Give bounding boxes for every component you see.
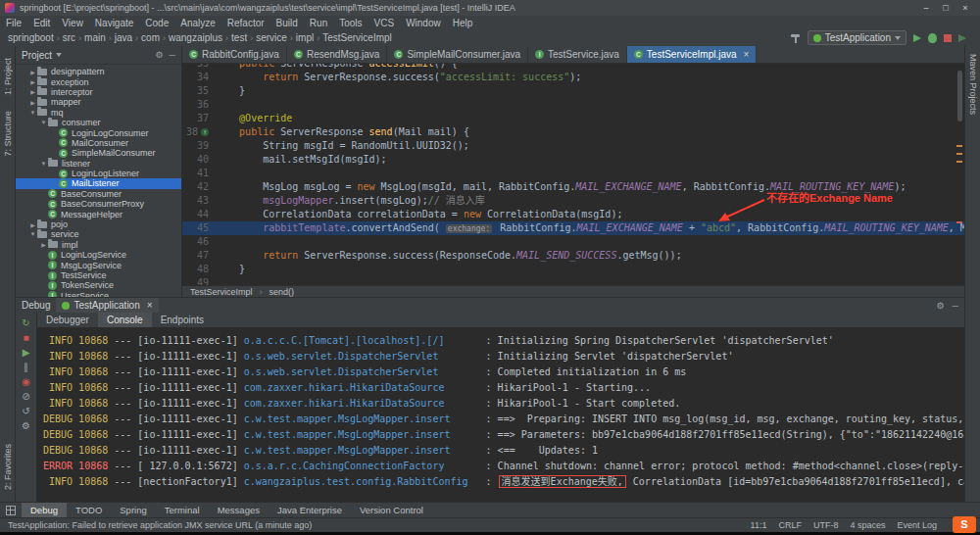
project-tree-item[interactable]: ▼service [16, 229, 181, 239]
project-tree-item[interactable]: ▶exception [16, 76, 181, 86]
warning-stripe-mark[interactable] [956, 145, 962, 147]
project-tree-item[interactable]: CSimpleMailConsumer [16, 148, 181, 158]
run-button-icon[interactable] [913, 34, 921, 42]
restore-layout-icon[interactable]: ↺ [16, 404, 36, 418]
editor-breadcrumb-item[interactable]: TestServiceImpl [190, 287, 253, 297]
tree-expand-icon[interactable]: ▶ [39, 241, 48, 248]
tree-expand-icon[interactable]: ▼ [39, 161, 48, 167]
project-tree-item[interactable]: CMailListener [16, 178, 181, 188]
editor-scrollbar[interactable] [957, 71, 962, 122]
breadcrumb-item[interactable]: com [141, 32, 160, 43]
tree-expand-icon[interactable]: ▼ [39, 120, 48, 125]
debug-console[interactable]: INFO 10868 --- [io-11111-exec-1] o.a.c.c… [37, 327, 964, 502]
settings-icon[interactable]: ⚙ [156, 50, 164, 60]
hide-panel-icon[interactable]: ─ [170, 50, 175, 60]
editor-tab[interactable]: CResendMsg.java [287, 46, 387, 63]
menu-item[interactable]: Analyze [174, 18, 221, 28]
tree-expand-icon[interactable]: ▶ [28, 221, 37, 228]
toolwindow-button-debug[interactable]: Debug [22, 503, 67, 518]
editor-tab[interactable]: ITestService.java [528, 46, 627, 63]
toolwindow-switcher-icon[interactable] [6, 506, 16, 515]
menu-item[interactable]: Window [400, 18, 447, 28]
close-tab-icon[interactable]: × [744, 49, 750, 60]
project-tree-item[interactable]: ▼listener [16, 159, 181, 169]
tool-strip-label[interactable]: Maven Projects [968, 54, 978, 115]
toolwindow-button-version-control[interactable]: Version Control [351, 503, 432, 518]
project-tree-item[interactable]: ▼mq [16, 108, 181, 118]
breadcrumb-item[interactable]: wangzaiplus [169, 32, 222, 43]
toolwindow-button-spring[interactable]: Spring [111, 503, 155, 518]
project-tree-item[interactable]: ▶designpattern [16, 67, 181, 76]
project-tree-item[interactable]: ITokenService [16, 280, 181, 290]
window-control-button[interactable]: × [956, 3, 975, 13]
project-tree-item[interactable]: ▶pojo [16, 219, 181, 229]
chevron-down-icon[interactable] [56, 53, 62, 57]
project-tree-item[interactable]: ▶interceptor [16, 87, 181, 97]
status-item[interactable]: 4 spaces [850, 520, 885, 530]
run-config-select[interactable]: TestApplication [808, 30, 906, 45]
tree-expand-icon[interactable]: ▶ [28, 99, 37, 106]
debug-button-icon[interactable] [928, 33, 937, 43]
menu-item[interactable]: Refactor [221, 18, 270, 28]
menu-item[interactable]: Edit [27, 18, 56, 28]
menu-item[interactable]: Run [304, 18, 333, 28]
toolwindow-button-terminal[interactable]: Terminal [156, 503, 209, 518]
tree-expand-icon[interactable]: ▼ [28, 231, 37, 237]
breadcrumb-item[interactable]: src [63, 32, 75, 43]
menu-item[interactable]: Code [139, 18, 174, 28]
ime-icon[interactable]: S [953, 516, 976, 533]
debug-view-tab-debugger[interactable]: Debugger [37, 313, 98, 327]
breadcrumb-item[interactable]: main [84, 32, 106, 43]
editor-tab[interactable]: CRabbitConfig.java [182, 46, 287, 63]
project-tree-item[interactable]: ILoginLogService [16, 250, 181, 260]
breadcrumb-item[interactable]: springboot [8, 32, 54, 43]
status-item[interactable]: Event Log [897, 520, 937, 530]
project-tree-item[interactable]: ▼consumer [16, 118, 181, 127]
settings-icon[interactable]: ⚙ [16, 418, 36, 433]
pause-icon[interactable]: ∥ [16, 360, 36, 374]
menu-item[interactable]: Navigate [89, 18, 139, 28]
status-item[interactable]: CRLF [778, 520, 802, 530]
status-item[interactable]: 11:1 [751, 520, 767, 530]
project-tree-item[interactable]: ▶mapper [16, 97, 181, 107]
stop-icon[interactable]: ■ [16, 330, 36, 345]
breadcrumb-item[interactable]: service [256, 32, 287, 43]
menu-item[interactable]: VCS [368, 18, 401, 28]
menu-item[interactable]: Build [270, 18, 304, 28]
mute-breakpoints-icon[interactable]: ⊘ [16, 389, 36, 404]
project-tree-item[interactable]: ITestService [16, 270, 181, 280]
toolwindow-button-todo[interactable]: TODO [67, 503, 111, 518]
close-session-icon[interactable]: × [147, 300, 153, 311]
debug-view-tab-endpoints[interactable]: Endpoints [152, 313, 213, 327]
warning-stripe-mark[interactable] [956, 161, 962, 163]
settings-icon[interactable]: ⚙ [937, 301, 945, 311]
stop-button-icon[interactable] [944, 34, 952, 42]
project-tree-item[interactable]: CMessageHelper [16, 209, 181, 219]
hide-panel-icon[interactable]: ─ [953, 301, 958, 311]
breadcrumb-item[interactable]: TestServiceImpl [322, 32, 392, 43]
project-tree-item[interactable]: CLoginLogListener [16, 169, 181, 178]
breadcrumb-item[interactable]: java [115, 32, 132, 43]
project-tree-item[interactable]: IMsgLogService [16, 260, 181, 269]
warning-stripe-mark[interactable] [956, 153, 962, 155]
tree-expand-icon[interactable]: ▶ [28, 88, 37, 95]
breadcrumb-item[interactable]: impl [296, 32, 314, 43]
debug-view-tab-console[interactable]: Console [98, 313, 152, 327]
error-stripe-mark[interactable] [956, 221, 962, 223]
override-marker-icon[interactable]: ↑ [201, 128, 209, 136]
menu-item[interactable]: View [56, 18, 89, 28]
tree-expand-icon[interactable]: ▶ [28, 78, 37, 85]
editor-tab[interactable]: CTestServiceImpl.java× [627, 46, 758, 63]
project-tree-item[interactable]: CBaseConsumer [16, 189, 181, 199]
project-tree-item[interactable]: CLoginLogConsumer [16, 127, 181, 137]
build-hammer-icon[interactable] [790, 32, 801, 43]
debug-session-tab[interactable]: TestApplication × [56, 298, 158, 313]
tree-expand-icon[interactable]: ▼ [28, 110, 37, 116]
editor-breadcrumb-item[interactable]: send() [270, 287, 295, 297]
project-tree-item[interactable]: ▶impl [16, 240, 181, 250]
tool-strip-label[interactable]: 1: Project [3, 58, 13, 95]
tool-strip-label[interactable]: 7: Structure [3, 111, 13, 157]
tree-expand-icon[interactable]: ▶ [28, 69, 37, 75]
rerun-icon[interactable]: ↻ [16, 316, 36, 330]
view-breakpoints-icon[interactable]: ◉ [16, 374, 36, 389]
